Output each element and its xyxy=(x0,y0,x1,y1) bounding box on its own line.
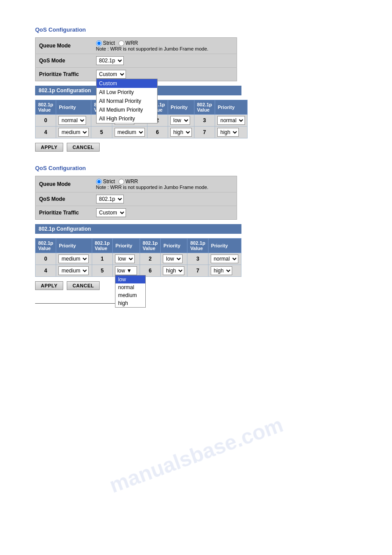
table-row: 4 medium 5 medium 6 xyxy=(36,127,248,138)
val2-1: 1 xyxy=(92,253,112,265)
prioritize-dropdown[interactable]: Custom All Low Priority All Normal Prior… xyxy=(96,79,158,123)
strict-label-2: Strict xyxy=(103,178,115,185)
qos-mode-label-2: QoS Mode xyxy=(36,192,93,206)
col2-priority-1: Priority xyxy=(112,239,140,253)
priority-2[interactable]: low xyxy=(168,115,194,127)
strict-radio-label[interactable]: Strict xyxy=(96,40,115,46)
priority-select-2[interactable]: low xyxy=(170,116,190,125)
priority-select-3[interactable]: normal xyxy=(217,116,245,125)
wrr-label-2: WRR xyxy=(126,178,138,185)
p-item-normal[interactable]: All Normal Priority xyxy=(97,97,157,105)
prioritize-traffic-label-2: Prioritize Traffic xyxy=(36,206,93,220)
apply-button-2[interactable]: APPLY xyxy=(35,281,63,290)
col-priority-0: Priority xyxy=(56,100,91,115)
prioritize-traffic-select-2[interactable]: Custom xyxy=(96,208,126,217)
priority-6[interactable]: high xyxy=(168,127,194,138)
section1-title: QoS Configuration xyxy=(35,26,357,33)
priority-dropdown-trigger-5[interactable]: low ▼ xyxy=(115,266,137,275)
dropdown-opt-low[interactable]: low xyxy=(115,276,145,283)
col2-802-val-2: 802.1pValue xyxy=(140,239,161,253)
priority2-5[interactable]: low ▼ low normal medium high xyxy=(112,265,140,277)
priority-select2-7[interactable]: high xyxy=(211,266,232,275)
col-priority-3: Priority xyxy=(215,100,248,115)
cancel-button-1[interactable]: CANCEL xyxy=(67,143,100,152)
apply-button-1[interactable]: APPLY xyxy=(35,143,63,152)
priority2-3[interactable]: normal xyxy=(208,253,241,265)
priority-select2-4[interactable]: medium xyxy=(58,266,89,275)
button-row-1: APPLY CANCEL xyxy=(35,143,357,152)
val-4: 4 xyxy=(36,127,56,138)
qos-mode-select-2[interactable]: 802.1p xyxy=(96,195,124,203)
table-row-2-1: 4 medium 5 low ▼ xyxy=(36,265,241,277)
prioritize-traffic-wrapper[interactable]: Custom Custom All Low Priority All Norma… xyxy=(96,70,126,79)
wrr-radio[interactable] xyxy=(119,40,124,46)
val-5: 5 xyxy=(91,127,112,138)
button-row-2: APPLY CANCEL xyxy=(35,281,357,290)
wrr-radio-2[interactable] xyxy=(119,179,124,185)
priority-4[interactable]: medium xyxy=(56,127,91,138)
priority-select2-2[interactable]: low xyxy=(163,254,183,263)
p-item-low[interactable]: All Low Priority xyxy=(97,88,157,97)
val2-2: 2 xyxy=(140,253,161,265)
cancel-button-2[interactable]: CANCEL xyxy=(67,281,100,290)
priority2-7[interactable]: high xyxy=(208,265,241,277)
priority2-1[interactable]: low xyxy=(112,253,140,265)
val2-4: 4 xyxy=(36,265,56,277)
qos-mode-select[interactable]: 802.1p xyxy=(96,56,124,65)
col2-802-val-0: 802.1pValue xyxy=(36,239,56,253)
priority-select2-3[interactable]: normal xyxy=(211,254,238,263)
priority2-2[interactable]: low xyxy=(161,253,187,265)
prioritize-traffic-select[interactable]: Custom xyxy=(96,70,126,79)
val2-0: 0 xyxy=(36,253,56,265)
priority-select-0[interactable]: normal xyxy=(58,116,86,125)
val-6: 6 xyxy=(147,127,168,138)
p-item-medium[interactable]: All Medium Priority xyxy=(97,105,157,114)
strict-radio-label-2[interactable]: Strict xyxy=(96,178,115,185)
col2-priority-3: Priority xyxy=(208,239,241,253)
col2-priority-2: Priority xyxy=(161,239,187,253)
queue-mode-label: Queue Mode xyxy=(36,38,93,54)
priority-select-5[interactable]: medium xyxy=(115,128,145,137)
dropdown-opt-normal[interactable]: normal xyxy=(115,283,145,291)
val-7: 7 xyxy=(194,127,215,138)
col-802-val-3: 802.1pValue xyxy=(194,100,215,115)
dropdown-arrow-5: ▼ xyxy=(126,268,132,274)
priority-select2-0[interactable]: medium xyxy=(58,254,89,263)
col2-priority-0: Priority xyxy=(56,239,92,253)
val2-3: 3 xyxy=(187,253,208,265)
queue-mode-note-2: Note : WRR is not supported in Jumbo Fra… xyxy=(96,185,234,190)
queue-mode-label-2: Queue Mode xyxy=(36,176,93,192)
priority2-6[interactable]: high xyxy=(161,265,187,277)
p-item-custom[interactable]: Custom xyxy=(97,79,157,88)
priority2-0[interactable]: medium xyxy=(56,253,92,265)
priority-select-6[interactable]: high xyxy=(170,128,192,137)
val2-7: 7 xyxy=(187,265,208,277)
prioritize-traffic-label: Prioritize Traffic xyxy=(36,68,93,81)
qos-mode-label: QoS Mode xyxy=(36,54,93,68)
priority-5[interactable]: medium xyxy=(112,127,147,138)
col2-802-val-3: 802.1pValue xyxy=(187,239,208,253)
priority-3[interactable]: normal xyxy=(215,115,248,127)
priority-dropdown-5[interactable]: low normal medium high xyxy=(115,275,146,308)
priority-select-7[interactable]: high xyxy=(217,128,239,137)
table-row-2-0: 0 medium 1 low xyxy=(36,253,241,265)
wrr-radio-label-2[interactable]: WRR xyxy=(119,178,138,185)
dropdown-opt-high[interactable]: high xyxy=(115,299,145,307)
strict-label: Strict xyxy=(103,40,115,46)
col-priority-2: Priority xyxy=(168,100,194,115)
section2-title: QoS Configuration xyxy=(35,165,357,171)
col2-802-val-1: 802.1pValue xyxy=(92,239,112,253)
priority-select2-1[interactable]: low xyxy=(115,254,135,263)
strict-radio-2[interactable] xyxy=(96,179,102,185)
priority-7[interactable]: high xyxy=(215,127,248,138)
priority-select2-6[interactable]: high xyxy=(163,266,184,275)
p-item-high[interactable]: All High Priority xyxy=(97,114,157,123)
wrr-label: WRR xyxy=(126,40,138,46)
dropdown-opt-medium[interactable]: medium xyxy=(115,291,145,299)
wrr-radio-label[interactable]: WRR xyxy=(119,40,138,46)
priority-0[interactable]: normal xyxy=(56,115,91,127)
strict-radio[interactable] xyxy=(96,40,102,46)
priority-select-4[interactable]: medium xyxy=(58,128,89,137)
config802-title-2: 802.1p Configuration xyxy=(35,224,241,234)
priority2-4[interactable]: medium xyxy=(56,265,92,277)
